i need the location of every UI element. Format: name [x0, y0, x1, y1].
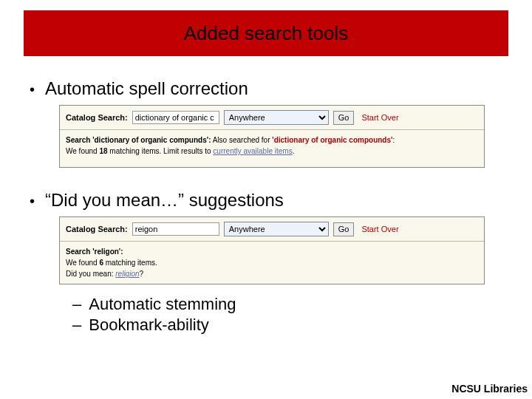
bullet-icon: •	[30, 193, 35, 210]
searched-term: Search 'religon':	[66, 248, 123, 256]
results-line-2: We found 6 matching items.	[66, 257, 478, 268]
results-line-1: Search 'religon':	[66, 246, 478, 257]
period: .	[293, 147, 295, 155]
did-you-mean-link[interactable]: religion	[115, 270, 139, 278]
screenshot-spell-correction: Catalog Search: Anywhere Go Start Over S…	[59, 105, 485, 168]
results-line-2: We found 18 matching items. Limit result…	[66, 146, 478, 157]
slide-title: Added search tools	[184, 22, 349, 45]
sub-bullet-list: – Automatic stemming – Bookmark-ability	[72, 295, 511, 335]
results-line-1: Search 'dictionary of organic compunds':…	[66, 134, 478, 146]
bullet-icon: •	[30, 81, 35, 98]
sub-bullet-stemming: – Automatic stemming	[72, 295, 511, 314]
sub-bullet-bookmark: – Bookmark-ability	[72, 316, 511, 335]
found-suffix: matching items. Limit results to	[108, 147, 214, 155]
catalog-search-label: Catalog Search:	[66, 113, 128, 122]
dash-icon: –	[72, 295, 81, 314]
scope-select[interactable]: Anywhere	[224, 110, 329, 125]
sub-bullet-text: Automatic stemming	[89, 295, 236, 314]
bullet-text: “Did you mean…” suggestions	[45, 190, 284, 211]
search-bar: Catalog Search: Anywhere Go Start Over	[60, 106, 484, 130]
did-you-mean-label: Did you mean:	[66, 270, 115, 278]
search-input[interactable]	[132, 111, 219, 124]
bullet-did-you-mean: • “Did you mean…” suggestions	[30, 190, 511, 211]
also-searched-text: Also searched for	[211, 136, 272, 144]
found-prefix: We found	[66, 259, 99, 267]
search-input[interactable]	[132, 222, 219, 236]
searched-term: Search 'dictionary of organic compunds':	[66, 136, 211, 144]
found-count: 18	[99, 147, 107, 155]
found-prefix: We found	[66, 147, 99, 155]
start-over-link[interactable]: Start Over	[361, 225, 398, 233]
corrected-term: 'dictionary of organic compounds'	[272, 136, 392, 144]
start-over-link[interactable]: Start Over	[361, 113, 398, 122]
scope-select[interactable]: Anywhere	[224, 222, 329, 236]
title-banner: Added search tools	[24, 10, 508, 56]
results-summary: Search 'religon': We found 6 matching it…	[60, 242, 484, 285]
bullet-spell-correction: • Automatic spell correction	[30, 78, 511, 99]
sub-bullet-text: Bookmark-ability	[89, 316, 209, 335]
dash-icon: –	[72, 316, 81, 335]
screenshot-did-you-mean: Catalog Search: Anywhere Go Start Over S…	[59, 216, 485, 284]
limit-results-link[interactable]: currently available items	[213, 147, 292, 155]
catalog-search-label: Catalog Search:	[66, 225, 128, 233]
qmark: ?	[140, 270, 144, 278]
found-suffix: matching items.	[103, 259, 157, 267]
bullet-text: Automatic spell correction	[45, 78, 248, 99]
results-line-3: Did you mean: religion?	[66, 268, 478, 279]
results-summary: Search 'dictionary of organic compunds':…	[60, 130, 484, 163]
go-button[interactable]: Go	[333, 111, 355, 125]
footer-brand: NCSU Libraries	[451, 383, 528, 395]
slide: Added search tools • Automatic spell cor…	[0, 0, 532, 399]
go-button[interactable]: Go	[333, 222, 355, 236]
search-bar: Catalog Search: Anywhere Go Start Over	[60, 217, 484, 242]
colon: :	[392, 136, 395, 144]
